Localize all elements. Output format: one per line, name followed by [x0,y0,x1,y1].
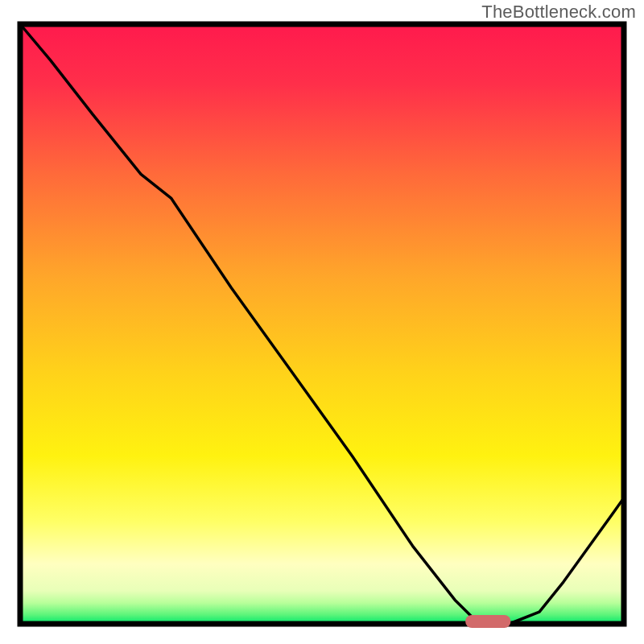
watermark-text: TheBottleneck.com [481,2,636,23]
optimum-marker [465,615,510,628]
curve-chart [0,0,644,644]
plot-area [20,24,624,624]
chart-container: TheBottleneck.com [0,0,644,644]
